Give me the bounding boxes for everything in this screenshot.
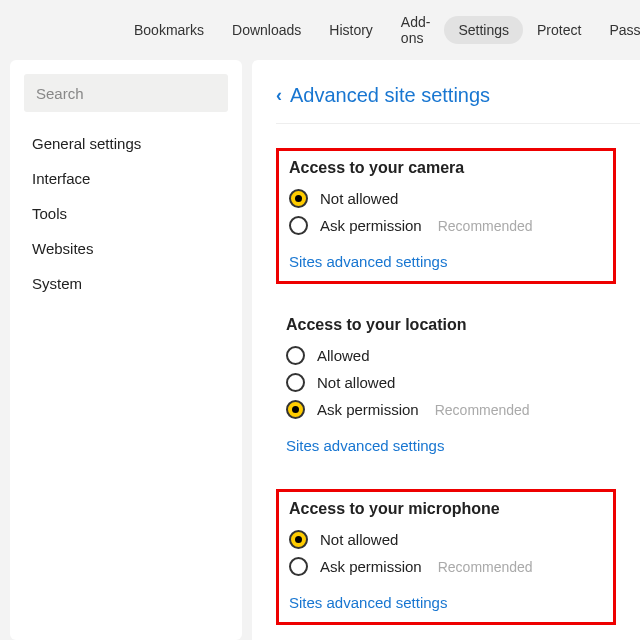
settings-sidebar: General settingsInterfaceToolsWebsitesSy… <box>10 60 242 640</box>
sidebar-item-general-settings[interactable]: General settings <box>10 126 242 161</box>
sites-advanced-link[interactable]: Sites advanced settings <box>289 594 447 611</box>
section-title: Access to your location <box>286 316 606 334</box>
section-access-to-your-camera: Access to your cameraNot allowedAsk perm… <box>276 148 616 284</box>
radio-option[interactable]: Ask permissionRecommended <box>289 557 603 576</box>
sidebar-item-tools[interactable]: Tools <box>10 196 242 231</box>
recommended-label: Recommended <box>435 402 530 418</box>
radio-icon <box>286 346 305 365</box>
tab-downloads[interactable]: Downloads <box>218 16 315 44</box>
radio-icon <box>289 530 308 549</box>
radio-option[interactable]: Not allowed <box>286 373 606 392</box>
radio-icon <box>289 189 308 208</box>
section-access-to-your-location: Access to your locationAllowedNot allowe… <box>276 308 616 465</box>
recommended-label: Recommended <box>438 559 533 575</box>
radio-icon <box>286 373 305 392</box>
section-title: Access to your camera <box>289 159 603 177</box>
sidebar-item-websites[interactable]: Websites <box>10 231 242 266</box>
sites-advanced-link[interactable]: Sites advanced settings <box>286 437 444 454</box>
radio-option[interactable]: Ask permissionRecommended <box>289 216 603 235</box>
tab-protect[interactable]: Protect <box>523 16 595 44</box>
radio-option[interactable]: Ask permissionRecommended <box>286 400 606 419</box>
sidebar-item-interface[interactable]: Interface <box>10 161 242 196</box>
search-input[interactable] <box>24 74 228 112</box>
tab-bookmarks[interactable]: Bookmarks <box>120 16 218 44</box>
main-panel: ‹ Advanced site settings Access to your … <box>252 60 640 640</box>
option-label: Ask permission <box>320 558 422 575</box>
option-label: Ask permission <box>320 217 422 234</box>
radio-option[interactable]: Not allowed <box>289 189 603 208</box>
search-container <box>24 74 228 112</box>
option-label: Not allowed <box>320 531 398 548</box>
option-label: Allowed <box>317 347 370 364</box>
sites-advanced-link[interactable]: Sites advanced settings <box>289 253 447 270</box>
breadcrumb[interactable]: ‹ Advanced site settings <box>276 84 640 124</box>
breadcrumb-title: Advanced site settings <box>290 84 490 107</box>
option-label: Not allowed <box>317 374 395 391</box>
tab-passwords[interactable]: Passwords <box>595 16 640 44</box>
radio-option[interactable]: Not allowed <box>289 530 603 549</box>
recommended-label: Recommended <box>438 218 533 234</box>
tab-add-ons[interactable]: Add-ons <box>387 8 445 52</box>
option-label: Not allowed <box>320 190 398 207</box>
sidebar-item-system[interactable]: System <box>10 266 242 301</box>
tab-settings[interactable]: Settings <box>444 16 523 44</box>
top-tabbar: BookmarksDownloadsHistoryAdd-onsSettings… <box>0 0 640 60</box>
chevron-left-icon: ‹ <box>276 85 282 106</box>
section-title: Access to your microphone <box>289 500 603 518</box>
radio-icon <box>289 557 308 576</box>
option-label: Ask permission <box>317 401 419 418</box>
radio-icon <box>289 216 308 235</box>
tab-history[interactable]: History <box>315 16 387 44</box>
radio-option[interactable]: Allowed <box>286 346 606 365</box>
radio-icon <box>286 400 305 419</box>
section-access-to-your-microphone: Access to your microphoneNot allowedAsk … <box>276 489 616 625</box>
